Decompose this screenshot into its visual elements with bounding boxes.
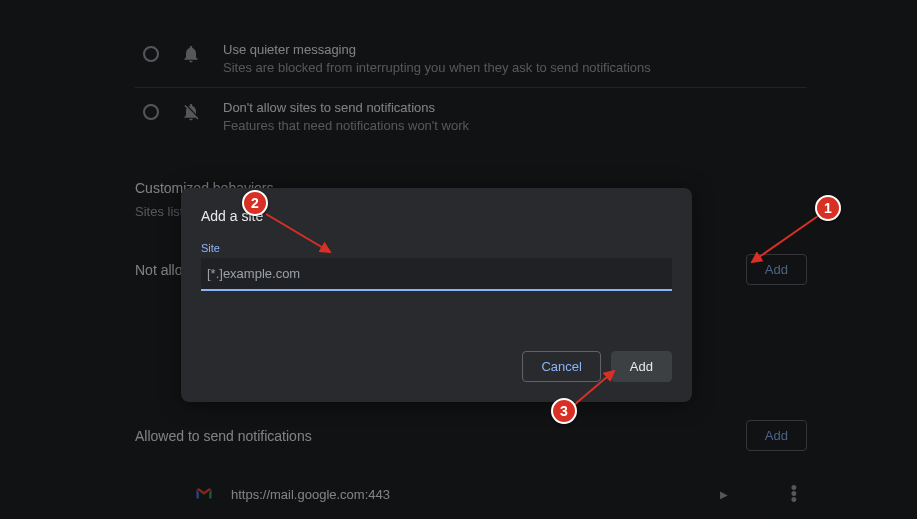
option-block-notifications[interactable]: Don't allow sites to send notifications … [135, 88, 807, 145]
section-title: Allowed to send notifications [135, 428, 312, 444]
site-row-gmail[interactable]: https://mail.google.com:443 ▶ ••• [135, 469, 807, 519]
gmail-icon [195, 485, 213, 503]
chevron-right-icon: ▶ [720, 489, 728, 500]
add-button[interactable]: Add [746, 254, 807, 285]
option-title: Don't allow sites to send notifications [223, 100, 469, 115]
option-text: Use quieter messaging Sites are blocked … [223, 42, 651, 75]
site-input[interactable] [201, 258, 672, 291]
option-desc: Features that need notifications won't w… [223, 118, 469, 133]
add-confirm-button[interactable]: Add [611, 351, 672, 382]
allowed-section: Allowed to send notifications Add [135, 420, 807, 451]
annotation-marker-3: 3 [551, 398, 577, 424]
svg-marker-1 [209, 490, 211, 499]
annotation-marker-1: 1 [815, 195, 841, 221]
cancel-button[interactable]: Cancel [522, 351, 600, 382]
bell-icon [181, 44, 201, 67]
add-site-dialog: Add a site Site Cancel Add [181, 188, 692, 402]
kebab-icon[interactable]: ••• [781, 481, 807, 507]
option-desc: Sites are blocked from interrupting you … [223, 60, 651, 75]
option-text: Don't allow sites to send notifications … [223, 100, 469, 133]
field-label: Site [201, 242, 672, 254]
add-button[interactable]: Add [746, 420, 807, 451]
radio-icon [143, 46, 159, 62]
option-title: Use quieter messaging [223, 42, 651, 57]
site-url: https://mail.google.com:443 [231, 487, 702, 502]
svg-marker-0 [197, 490, 199, 499]
radio-icon [143, 104, 159, 120]
bell-off-icon [181, 102, 201, 125]
option-quieter-messaging[interactable]: Use quieter messaging Sites are blocked … [135, 30, 807, 88]
annotation-marker-2: 2 [242, 190, 268, 216]
dialog-title: Add a site [201, 208, 672, 224]
dialog-actions: Cancel Add [201, 351, 672, 382]
